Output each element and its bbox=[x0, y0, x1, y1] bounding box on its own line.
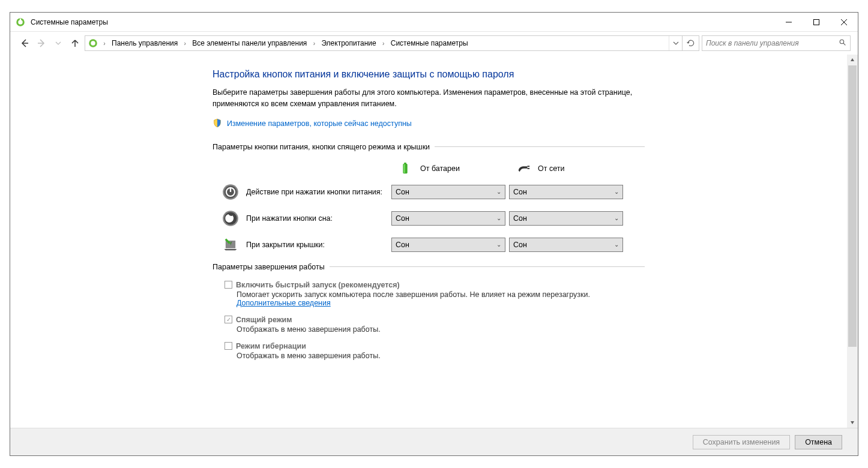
power-plugged-select[interactable]: Сон ⌄ bbox=[509, 185, 623, 199]
up-button[interactable] bbox=[68, 36, 82, 50]
recent-dropdown-icon[interactable] bbox=[51, 36, 65, 50]
more-info-link[interactable]: Дополнительные сведения bbox=[237, 299, 331, 307]
power-battery-select[interactable]: Сон ⌄ bbox=[391, 185, 505, 199]
window: Системные параметры bbox=[10, 12, 858, 456]
svg-rect-2 bbox=[20, 19, 21, 22]
col-battery-label: От батареи bbox=[420, 164, 460, 173]
section-title: Параметры кнопки питания, кнопки спящего… bbox=[212, 143, 430, 151]
close-button[interactable] bbox=[830, 13, 858, 32]
row-sleep-button: При нажатии кнопки сна: Сон ⌄ Сон ⌄ bbox=[212, 210, 645, 227]
divider-line bbox=[435, 146, 645, 147]
refresh-button[interactable] bbox=[682, 36, 699, 50]
chevron-right-icon: › bbox=[310, 36, 318, 50]
location-icon bbox=[85, 36, 101, 50]
sleep-title: Спящий режим bbox=[236, 316, 292, 324]
scroll-down-button[interactable] bbox=[847, 417, 858, 428]
sleep-battery-select[interactable]: Сон ⌄ bbox=[391, 211, 505, 226]
select-value: Сон bbox=[513, 188, 527, 196]
select-value: Сон bbox=[396, 188, 409, 196]
scrollbar-thumb[interactable] bbox=[848, 65, 857, 347]
divider-line bbox=[330, 266, 645, 267]
admin-link-row[interactable]: Изменение параметров, которые сейчас нед… bbox=[212, 118, 645, 130]
col-head-plugged: От сети bbox=[516, 161, 634, 176]
sleep-button-icon bbox=[222, 210, 239, 227]
content-area: Настройка кнопок питания и включение защ… bbox=[10, 55, 858, 428]
vertical-scrollbar[interactable] bbox=[847, 55, 858, 428]
lid-battery-select[interactable]: Сон ⌄ bbox=[391, 238, 505, 252]
breadcrumb-segment[interactable]: Панель управления bbox=[108, 36, 181, 50]
col-head-battery: От батареи bbox=[399, 161, 516, 176]
svg-point-11 bbox=[840, 40, 844, 44]
plug-icon bbox=[516, 161, 532, 176]
chevron-down-icon: ⌄ bbox=[614, 241, 619, 248]
row-sleep-label: При нажатии кнопки сна: bbox=[246, 214, 391, 223]
search-icon bbox=[839, 38, 846, 48]
row-lid-label: При закрытии крышки: bbox=[246, 241, 391, 249]
window-controls bbox=[775, 13, 858, 31]
checkbox[interactable]: ✓ bbox=[225, 316, 232, 323]
admin-link[interactable]: Изменение параметров, которые сейчас нед… bbox=[227, 119, 412, 128]
save-button[interactable]: Сохранить изменения bbox=[693, 435, 790, 449]
row-power-button: Действие при нажатии кнопки питания: Сон… bbox=[212, 184, 645, 200]
scrollbar-track[interactable] bbox=[847, 65, 858, 417]
back-button[interactable] bbox=[17, 36, 32, 50]
svg-rect-17 bbox=[528, 167, 530, 169]
hibernate-title: Режим гибернации bbox=[236, 342, 306, 350]
svg-rect-14 bbox=[404, 162, 406, 164]
section-title: Параметры завершения работы bbox=[212, 263, 325, 271]
forward-button[interactable] bbox=[34, 36, 49, 50]
svg-rect-15 bbox=[403, 164, 405, 173]
chevron-down-icon: ⌄ bbox=[496, 215, 501, 221]
cancel-button[interactable]: Отмена bbox=[795, 435, 842, 449]
breadcrumb-segment[interactable]: Электропитание bbox=[318, 36, 379, 50]
lid-plugged-select[interactable]: Сон ⌄ bbox=[509, 238, 623, 252]
svg-line-12 bbox=[843, 43, 845, 45]
chevron-down-icon: ⌄ bbox=[614, 215, 619, 221]
section-header: Параметры кнопки питания, кнопки спящего… bbox=[212, 143, 645, 151]
shield-icon bbox=[212, 118, 222, 130]
sleep-desc: Отображать в меню завершения работы. bbox=[237, 325, 645, 334]
select-value: Сон bbox=[396, 214, 409, 223]
chevron-right-icon: › bbox=[101, 36, 108, 50]
intro-text: Выберите параметры завершения работы для… bbox=[212, 87, 645, 110]
battery-icon bbox=[399, 161, 414, 176]
svg-rect-21 bbox=[230, 187, 231, 191]
row-power-label: Действие при нажатии кнопки питания: bbox=[246, 188, 391, 196]
maximize-button[interactable] bbox=[803, 13, 830, 32]
svg-rect-16 bbox=[528, 166, 530, 167]
page-body: Настройка кнопок питания и включение защ… bbox=[212, 69, 645, 360]
minimize-button[interactable] bbox=[775, 13, 803, 32]
svg-rect-4 bbox=[814, 20, 819, 25]
chevron-down-icon: ⌄ bbox=[614, 188, 619, 195]
svg-point-10 bbox=[91, 41, 95, 46]
hibernate-checkbox-item: Режим гибернации Отображать в меню завер… bbox=[225, 342, 645, 360]
breadcrumb-segment[interactable]: Системные параметры bbox=[387, 36, 472, 50]
search-box[interactable] bbox=[702, 35, 851, 51]
breadcrumb-segment[interactable]: Все элементы панели управления bbox=[188, 36, 310, 50]
title-bar: Системные параметры bbox=[10, 13, 858, 32]
sleep-plugged-select[interactable]: Сон ⌄ bbox=[509, 211, 623, 226]
chevron-right-icon: › bbox=[181, 36, 188, 50]
nav-row: › Панель управления › Все элементы панел… bbox=[10, 32, 858, 55]
select-value: Сон bbox=[396, 241, 409, 249]
section-header: Параметры завершения работы bbox=[212, 263, 645, 271]
scroll-up-button[interactable] bbox=[847, 55, 858, 65]
search-input[interactable] bbox=[706, 39, 835, 47]
footer-bar: Сохранить изменения Отмена bbox=[10, 428, 858, 455]
fast-startup-title: Включить быстрый запуск (рекомендуется) bbox=[236, 281, 400, 289]
checkbox[interactable] bbox=[225, 281, 232, 289]
power-options-icon bbox=[15, 17, 26, 28]
address-dropdown-button[interactable] bbox=[669, 36, 682, 50]
fast-startup-desc: Помогает ускорить запуск компьютера посл… bbox=[237, 290, 645, 307]
chevron-right-icon: › bbox=[380, 36, 387, 50]
chevron-down-icon: ⌄ bbox=[496, 188, 501, 195]
fast-startup-checkbox-item: Включить быстрый запуск (рекомендуется) … bbox=[225, 281, 645, 307]
page-title: Настройка кнопок питания и включение защ… bbox=[212, 69, 645, 80]
col-plugged-label: От сети bbox=[538, 164, 564, 173]
chevron-down-icon: ⌄ bbox=[496, 241, 501, 248]
sleep-checkbox-item: ✓ Спящий режим Отображать в меню заверше… bbox=[225, 316, 645, 334]
power-button-icon bbox=[222, 184, 239, 200]
select-value: Сон bbox=[513, 241, 527, 249]
breadcrumb[interactable]: › Панель управления › Все элементы панел… bbox=[85, 35, 699, 51]
checkbox[interactable] bbox=[225, 342, 232, 350]
